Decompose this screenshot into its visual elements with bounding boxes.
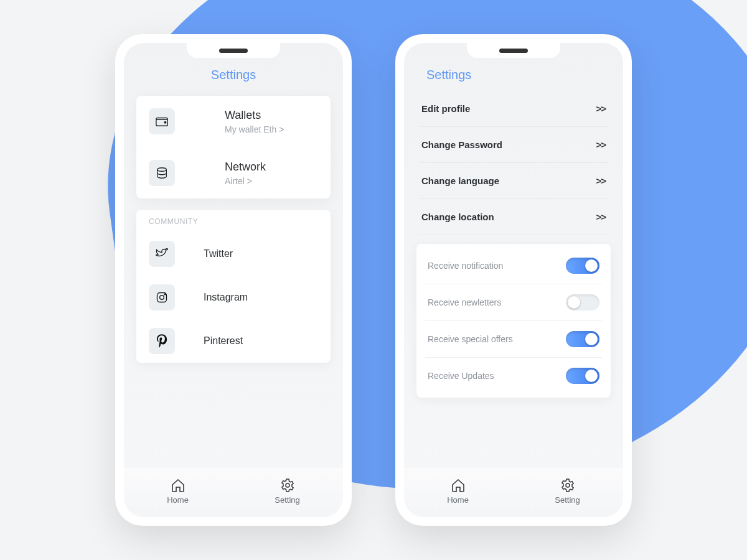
pinterest-row[interactable]: Pinterest bbox=[136, 319, 331, 363]
pinterest-label: Pinterest bbox=[204, 335, 243, 347]
instagram-label: Instagram bbox=[204, 292, 248, 303]
tab-home-label: Home bbox=[167, 495, 189, 505]
home-icon bbox=[451, 478, 466, 493]
updates-row: Receive Updates bbox=[425, 358, 602, 394]
network-icon bbox=[149, 160, 175, 186]
svg-point-1 bbox=[164, 122, 166, 124]
change-password-label: Change Password bbox=[421, 139, 502, 150]
updates-toggle[interactable] bbox=[566, 368, 599, 384]
settings-list: Edit profile >> Change Password >> Chang… bbox=[419, 91, 608, 235]
svg-point-7 bbox=[566, 483, 570, 487]
twitter-row[interactable]: Twitter bbox=[136, 232, 331, 276]
updates-label: Receive Updates bbox=[428, 371, 494, 381]
svg-point-5 bbox=[164, 294, 166, 295]
pinterest-icon bbox=[149, 328, 175, 354]
community-card: COMMUNITY Twitter bbox=[136, 210, 331, 363]
settings-primary-card: Wallets My wallet Eth > Network bbox=[136, 96, 331, 198]
newsletters-toggle[interactable] bbox=[566, 294, 599, 310]
gear-icon bbox=[280, 478, 295, 493]
phone-left: Settings Wallets My wallet Eth > bbox=[115, 34, 352, 526]
network-title: Network bbox=[225, 161, 318, 174]
phone-notch bbox=[187, 43, 280, 58]
community-label: COMMUNITY bbox=[136, 210, 331, 232]
phone-notch bbox=[467, 43, 560, 58]
twitter-icon bbox=[149, 241, 175, 267]
edit-profile-label: Edit profile bbox=[421, 103, 470, 114]
newsletters-label: Receive newletters bbox=[428, 297, 501, 307]
instagram-icon bbox=[149, 284, 175, 310]
change-password-row[interactable]: Change Password >> bbox=[419, 127, 608, 163]
phone-right: Settings Edit profile >> Change Password… bbox=[395, 34, 632, 526]
svg-point-6 bbox=[286, 483, 289, 487]
chevron-right-icon: >> bbox=[596, 175, 606, 186]
tab-setting-label: Setting bbox=[555, 495, 580, 505]
instagram-row[interactable]: Instagram bbox=[136, 276, 331, 319]
tab-bar: Home Setting bbox=[404, 468, 623, 517]
screen-right: Settings Edit profile >> Change Password… bbox=[404, 43, 623, 517]
tab-setting-label: Setting bbox=[275, 495, 299, 505]
tab-home-label: Home bbox=[447, 495, 469, 505]
network-subtitle: Airtel > bbox=[225, 176, 318, 186]
tab-setting[interactable]: Setting bbox=[275, 478, 299, 505]
chevron-right-icon: >> bbox=[596, 139, 606, 150]
offers-toggle[interactable] bbox=[566, 331, 599, 347]
change-language-row[interactable]: Change language >> bbox=[419, 163, 608, 199]
change-location-label: Change location bbox=[421, 212, 494, 222]
chevron-right-icon: >> bbox=[596, 212, 606, 222]
newsletters-row: Receive newletters bbox=[425, 284, 602, 321]
screen-left: Settings Wallets My wallet Eth > bbox=[124, 43, 343, 517]
wallets-subtitle: My wallet Eth > bbox=[225, 124, 318, 134]
twitter-label: Twitter bbox=[204, 248, 233, 259]
gear-icon bbox=[560, 478, 575, 493]
notification-label: Receive notification bbox=[428, 261, 503, 271]
chevron-right-icon: >> bbox=[596, 103, 606, 114]
svg-point-4 bbox=[160, 296, 164, 300]
home-icon bbox=[171, 478, 186, 493]
tab-setting[interactable]: Setting bbox=[555, 478, 580, 505]
svg-point-2 bbox=[157, 168, 167, 172]
notification-row: Receive notification bbox=[425, 248, 602, 284]
offers-label: Receive special offers bbox=[428, 334, 513, 344]
tab-home[interactable]: Home bbox=[167, 478, 189, 505]
wallets-row[interactable]: Wallets My wallet Eth > bbox=[136, 96, 331, 147]
notification-toggle[interactable] bbox=[566, 258, 599, 274]
edit-profile-row[interactable]: Edit profile >> bbox=[419, 91, 608, 127]
change-language-label: Change language bbox=[421, 175, 499, 186]
tab-bar: Home Setting bbox=[124, 468, 343, 517]
change-location-row[interactable]: Change location >> bbox=[419, 199, 608, 235]
toggle-card: Receive notification Receive newletters … bbox=[416, 244, 611, 398]
wallet-icon bbox=[149, 108, 175, 134]
offers-row: Receive special offers bbox=[425, 321, 602, 358]
network-row[interactable]: Network Airtel > bbox=[136, 147, 331, 198]
wallets-title: Wallets bbox=[225, 109, 318, 122]
tab-home[interactable]: Home bbox=[447, 478, 469, 505]
